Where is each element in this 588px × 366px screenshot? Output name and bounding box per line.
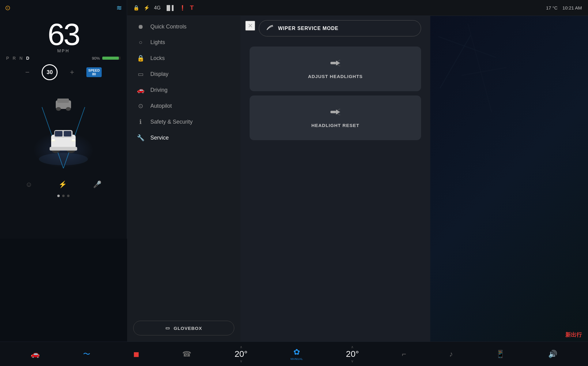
close-button[interactable]: ✕ <box>245 21 255 31</box>
tesla-logo: T <box>190 4 194 11</box>
page-dot-1 <box>57 195 60 197</box>
music-bottom-button[interactable]: ♪ <box>449 350 453 358</box>
left-temp-down[interactable]: ∨ <box>240 359 243 363</box>
locks-label: Locks <box>150 55 165 62</box>
glovebox-label: GLOVEBOX <box>174 326 202 331</box>
battery-bar <box>102 57 121 60</box>
volume-icon: 🔊 <box>548 350 557 358</box>
bluetooth-icon: ⚡ <box>144 5 150 11</box>
glovebox-button[interactable]: ▭ GLOVEBOX <box>133 321 234 335</box>
menu-item-driving[interactable]: 🚗 Driving <box>127 82 240 98</box>
safety-label: Safety & Security <box>150 119 193 125</box>
lock-status-icon: 🔒 <box>133 5 139 11</box>
quick-controls-icon: ⏺ <box>136 23 145 30</box>
display-icon: ▭ <box>136 70 145 78</box>
car-bottom-button[interactable]: 🚗 <box>31 350 40 358</box>
battery-fill <box>102 57 119 60</box>
connect-bottom-button[interactable]: 📱 <box>496 350 505 358</box>
svg-rect-6 <box>64 131 71 136</box>
phone-icon: ☎ <box>182 350 191 358</box>
left-temp-group: ∧ 20° ∨ <box>235 345 247 363</box>
gear-r: R <box>13 56 16 61</box>
menu-item-quick-controls[interactable]: ⏺ Quick Controls <box>127 19 240 35</box>
left-temp-up[interactable]: ∧ <box>240 345 243 349</box>
map-area <box>430 16 588 342</box>
door-bottom-button[interactable]: ⌐ <box>402 350 406 358</box>
right-temp-up[interactable]: ∧ <box>351 345 354 349</box>
speed-decrease-button[interactable]: − <box>25 68 29 77</box>
speed-display: 63 MPH <box>0 16 127 53</box>
connect-icon: 📱 <box>496 350 505 358</box>
speed-limit-row: − 30 + SPEED80 <box>0 62 127 83</box>
tire-warning-icon: ⊙ <box>5 4 10 12</box>
wiper-bottom-button[interactable]: 〜 <box>83 349 90 359</box>
wiper-service-mode-button[interactable]: WIPER SERVICE MODE <box>259 20 421 36</box>
alert-icon: ❗ <box>179 5 186 11</box>
signal-icon: ▐▌▌ <box>165 5 175 11</box>
headlights-adjust-icon <box>330 59 341 69</box>
menu-item-safety[interactable]: ℹ Safety & Security <box>127 114 240 130</box>
svg-rect-5 <box>55 131 62 136</box>
volume-bottom-button[interactable]: 🔊 <box>548 350 557 358</box>
gear-battery-row: P R N D 90% <box>0 53 127 62</box>
bottom-bar: 🚗 〜 ◼ ☎ ∧ 20° ∨ ✿ MANUAL ∧ 20° ∨ ⌐ <box>0 342 588 366</box>
phone-bottom-button[interactable]: ☎ <box>182 350 191 358</box>
headlight-reset-button[interactable]: HEADLIGHT RESET <box>250 95 421 140</box>
dashboard-panel: ⊙ ≋ 63 MPH P R N D 90% − 30 + SPEED80 <box>0 0 127 239</box>
svg-point-13 <box>71 140 76 142</box>
svg-point-16 <box>56 107 61 111</box>
headlight-icon: ≋ <box>116 4 122 12</box>
lights-icon: ○ <box>136 39 145 46</box>
fan-mode-label: MANUAL <box>291 357 303 360</box>
menu-item-lights[interactable]: ○ Lights <box>127 35 240 50</box>
cellular-icon: 4G <box>154 5 160 11</box>
menu-item-autopilot[interactable]: ⊙ Autopilot <box>127 98 240 114</box>
svg-line-22 <box>337 65 340 66</box>
page-indicator <box>0 195 127 202</box>
speed-unit: MPH <box>0 48 127 53</box>
fan-bottom-button[interactable]: ◼ <box>133 350 139 358</box>
right-temp-down[interactable]: ∨ <box>351 359 354 363</box>
headlight-reset-label: HEADLIGHT RESET <box>311 123 360 128</box>
settings-menu: ⏺ Quick Controls ○ Lights 🔒 Locks ▭ Disp… <box>127 16 240 342</box>
menu-item-service[interactable]: 🔧 Service <box>127 130 240 146</box>
lightning-icon[interactable]: ⚡ <box>58 181 67 189</box>
fan-icon: ✿ <box>293 347 300 357</box>
emoji-icon[interactable]: ☺ <box>25 181 32 189</box>
fan-group[interactable]: ✿ MANUAL <box>291 347 303 360</box>
status-bar: 🔒 ⚡ 4G ▐▌▌ ❗ T 17 °C 10:21 AM <box>127 0 588 16</box>
right-temp-display: 20° <box>346 349 359 359</box>
menu-item-locks[interactable]: 🔒 Locks <box>127 50 240 66</box>
dashboard-bottom-icons: ☺ ⚡ 🎤 <box>0 174 127 195</box>
status-right: 17 °C 10:21 AM <box>546 5 582 10</box>
display-label: Display <box>150 71 168 77</box>
autopilot-icon: ⊙ <box>136 102 145 110</box>
svg-point-2 <box>39 153 88 165</box>
autopilot-label: Autopilot <box>150 103 172 109</box>
svg-line-26 <box>337 109 340 110</box>
svg-point-12 <box>51 140 56 142</box>
glovebox-icon: ▭ <box>165 325 170 331</box>
wiper-icon <box>266 25 274 32</box>
adjust-headlights-button[interactable]: ADJUST HEADLIGHTS <box>250 47 421 91</box>
car-svg <box>17 89 109 168</box>
door-icon: ⌐ <box>402 350 406 358</box>
svg-rect-11 <box>50 147 77 151</box>
svg-point-17 <box>66 107 71 111</box>
watermark: 新出行 <box>565 331 582 338</box>
speed-limit-circle: 30 <box>42 64 58 80</box>
time-display: 10:21 AM <box>563 5 582 10</box>
menu-item-display[interactable]: ▭ Display <box>127 66 240 82</box>
mic-icon[interactable]: 🎤 <box>93 181 101 189</box>
page-dot-3 <box>67 195 70 197</box>
left-temp-arrows: ∧ <box>240 345 243 349</box>
music-icon: ♪ <box>449 350 453 358</box>
max-speed-badge: SPEED80 <box>86 67 101 77</box>
service-icon: 🔧 <box>136 134 145 141</box>
wiper-bottom-icon: 〜 <box>83 349 90 359</box>
speed-increase-button[interactable]: + <box>70 68 74 77</box>
speed-limit-value: 30 <box>47 69 53 76</box>
right-temp-group: ∧ 20° ∨ <box>346 345 359 363</box>
svg-rect-15 <box>57 99 69 103</box>
speed-value: 63 <box>0 19 127 50</box>
